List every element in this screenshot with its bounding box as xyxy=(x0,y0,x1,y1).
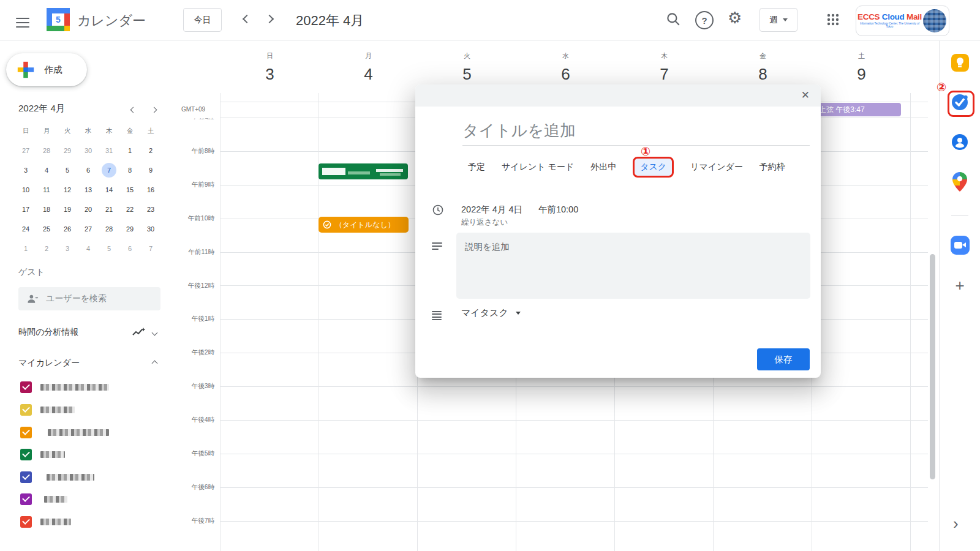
task-chip-untitled[interactable]: （タイトルなし） xyxy=(318,217,409,233)
calendar-list-item[interactable] xyxy=(20,471,94,483)
calendar-checkbox[interactable] xyxy=(20,516,32,528)
mini-calendar-day[interactable]: 5 xyxy=(57,167,78,174)
insights-row[interactable]: 時間の分析情報 xyxy=(18,325,160,340)
dialog-close-button[interactable]: ✕ xyxy=(801,89,810,102)
mini-calendar-day[interactable]: 27 xyxy=(15,147,36,154)
mini-calendar-day[interactable]: 10 xyxy=(15,186,36,193)
mini-calendar-day[interactable]: 25 xyxy=(36,225,57,233)
create-button[interactable]: 作成 xyxy=(6,53,87,86)
save-button[interactable]: 保存 xyxy=(757,348,810,370)
today-button[interactable]: 今日 xyxy=(183,8,222,32)
mini-calendar-day[interactable]: 22 xyxy=(119,206,140,213)
mini-calendar-day[interactable]: 9 xyxy=(140,167,161,174)
calendar-checkbox[interactable] xyxy=(20,493,32,505)
repeat-value[interactable]: 繰り返さない xyxy=(461,217,508,228)
account-badge[interactable]: ECCS Cloud Mail Information Technology C… xyxy=(856,6,949,36)
day-column-header[interactable]: 土 9 xyxy=(812,51,911,84)
mini-calendar-day[interactable]: 15 xyxy=(119,186,140,193)
mini-calendar-day[interactable]: 13 xyxy=(78,186,99,193)
calendar-list-item[interactable] xyxy=(20,516,71,528)
day-column-header[interactable]: 月 4 xyxy=(319,51,418,84)
contacts-button[interactable] xyxy=(950,132,970,152)
my-calendars-header[interactable]: マイカレンダー xyxy=(18,356,160,370)
mini-calendar-day[interactable]: 5 xyxy=(99,245,119,252)
calendar-checkbox[interactable] xyxy=(20,381,32,393)
mini-calendar-day[interactable]: 24 xyxy=(15,225,36,233)
mini-calendar-day[interactable]: 6 xyxy=(119,245,140,252)
help-button[interactable]: ? xyxy=(695,11,714,29)
mini-calendar-day[interactable]: 17 xyxy=(15,206,36,213)
mini-calendar-day[interactable]: 14 xyxy=(99,186,119,193)
mini-calendar-day[interactable]: 12 xyxy=(57,186,78,193)
mini-calendar-day[interactable]: 21 xyxy=(99,206,119,213)
calendar-checkbox[interactable] xyxy=(20,471,32,483)
mini-calendar-day-today[interactable]: 7 xyxy=(99,163,119,178)
tab-focus-time[interactable]: サイレント モード xyxy=(502,162,574,173)
mini-calendar-day[interactable]: 19 xyxy=(57,206,78,213)
title-input[interactable]: タイトルを追加 xyxy=(462,120,810,146)
tab-task[interactable]: タスク xyxy=(633,157,674,178)
mini-calendar-day[interactable]: 30 xyxy=(140,225,161,233)
datetime-row[interactable]: 2022年 4月 4日 午前10:00 xyxy=(461,204,578,216)
mini-calendar-day[interactable]: 11 xyxy=(36,186,57,193)
mini-calendar-day[interactable]: 8 xyxy=(119,167,140,174)
mini-calendar-day[interactable]: 26 xyxy=(57,225,78,233)
zoom-button[interactable] xyxy=(950,235,970,255)
day-column-header[interactable]: 火 5 xyxy=(418,51,516,84)
maps-button[interactable] xyxy=(950,172,970,192)
mini-calendar-day[interactable]: 1 xyxy=(15,245,36,252)
mini-calendar-day[interactable]: 30 xyxy=(78,147,99,154)
mini-calendar-day[interactable]: 7 xyxy=(140,245,161,252)
tab-reminder[interactable]: リマインダー xyxy=(690,162,743,173)
mini-calendar-day[interactable]: 6 xyxy=(78,167,99,174)
mini-calendar-day[interactable]: 4 xyxy=(36,167,57,174)
calendar-list-item[interactable] xyxy=(20,427,109,438)
mini-calendar-day[interactable]: 3 xyxy=(15,167,36,174)
mini-calendar-day[interactable]: 28 xyxy=(99,225,119,233)
avatar[interactable] xyxy=(923,9,946,32)
apps-grid-button[interactable] xyxy=(826,12,840,29)
mini-calendar-next-button[interactable] xyxy=(148,104,159,115)
calendar-list-item[interactable] xyxy=(20,404,75,416)
calendar-list-item[interactable] xyxy=(20,493,67,505)
mini-calendar-day[interactable]: 28 xyxy=(36,147,57,154)
day-column-header[interactable]: 水 6 xyxy=(516,51,615,84)
mini-calendar-day[interactable]: 18 xyxy=(36,206,57,213)
next-period-button[interactable] xyxy=(263,12,276,26)
prev-period-button[interactable] xyxy=(240,12,254,26)
mini-calendar-day[interactable]: 2 xyxy=(36,245,57,252)
search-button[interactable] xyxy=(665,11,681,29)
calendar-checkbox[interactable] xyxy=(20,427,32,438)
keep-button[interactable] xyxy=(950,53,970,72)
mini-calendar-day[interactable]: 2 xyxy=(140,147,161,154)
tab-event[interactable]: 予定 xyxy=(468,162,485,173)
hide-side-panel-button[interactable]: › xyxy=(953,514,959,533)
dialog-drag-bar[interactable] xyxy=(415,84,821,107)
mini-calendar-prev-button[interactable] xyxy=(127,104,138,115)
calendar-checkbox[interactable] xyxy=(20,449,32,460)
guest-search-input[interactable]: ユーザーを検索 xyxy=(18,287,160,310)
main-menu-button[interactable] xyxy=(16,15,29,31)
calendar-list-item[interactable] xyxy=(20,449,65,460)
mini-calendar-day[interactable]: 31 xyxy=(99,147,119,154)
vertical-scrollbar[interactable] xyxy=(930,254,935,479)
calendar-checkbox[interactable] xyxy=(20,404,32,416)
mini-calendar-day[interactable]: 1 xyxy=(119,147,140,154)
day-column-header[interactable]: 日 3 xyxy=(221,51,319,84)
settings-button[interactable]: ⚙ xyxy=(728,9,742,28)
mini-calendar-day[interactable]: 4 xyxy=(78,245,99,252)
task-list-dropdown[interactable]: マイタスク xyxy=(461,307,521,319)
mini-calendar-day[interactable]: 20 xyxy=(78,206,99,213)
day-column-header[interactable]: 金 8 xyxy=(714,51,812,84)
mini-calendar-day[interactable]: 23 xyxy=(140,206,161,213)
mini-calendar-day[interactable]: 29 xyxy=(57,147,78,154)
get-addons-button[interactable]: + xyxy=(950,276,970,295)
mini-calendar-day[interactable]: 16 xyxy=(140,186,161,193)
mini-calendar-day[interactable]: 27 xyxy=(78,225,99,233)
day-column-header[interactable]: 木 7 xyxy=(615,51,714,84)
mini-calendar-day[interactable]: 29 xyxy=(119,225,140,233)
allday-event-moon[interactable]: 上弦 午後3:47 xyxy=(816,103,901,116)
calendar-list-item[interactable] xyxy=(20,381,109,393)
tab-out-of-office[interactable]: 外出中 xyxy=(590,162,616,173)
event-green-redacted[interactable] xyxy=(318,163,408,179)
